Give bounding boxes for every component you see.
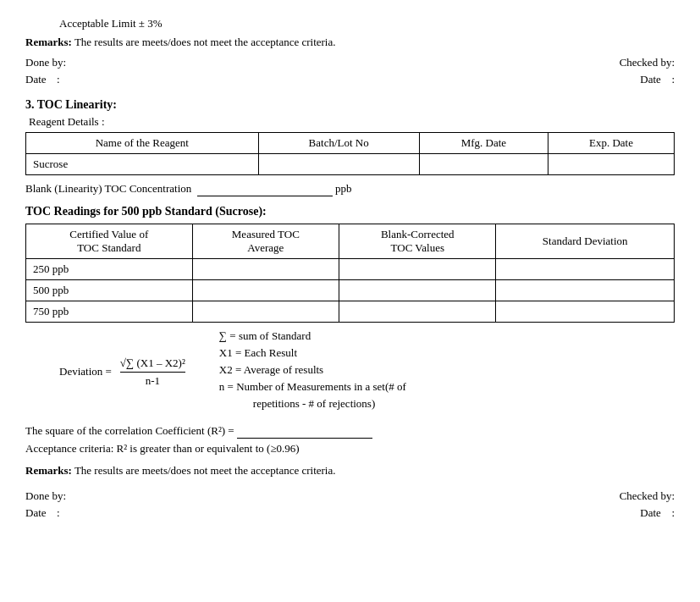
date-right-1: Date : xyxy=(640,73,675,86)
blank-toc-value xyxy=(197,182,333,196)
toc-cell-500-stddev xyxy=(496,280,675,301)
reagent-batch-cell xyxy=(258,154,419,175)
deviation-note-1: ∑ = sum of Standard xyxy=(219,329,406,343)
reagent-table: Name of the Reagent Batch/Lot No Mfg. Da… xyxy=(25,132,675,175)
date-label-left-1: Date xyxy=(25,73,47,86)
reagent-col-exp: Exp. Date xyxy=(548,133,674,154)
remarks-text-2: The results are meets/does not meet the … xyxy=(72,464,336,477)
reagent-name-cell: Sucrose xyxy=(26,154,259,175)
date-label-right-1: Date xyxy=(640,73,661,86)
acceptable-limit: Acceptable Limit ± 3% xyxy=(25,17,675,30)
remarks-label-1: Remarks: xyxy=(25,36,72,48)
sign-row-1: Done by: Checked by: xyxy=(25,56,675,69)
checked-by-1: Checked by: xyxy=(620,56,675,69)
acceptance-line: Acceptance criteria: R² is greater than … xyxy=(25,442,675,456)
date-left-1: Date : xyxy=(25,73,60,86)
deviation-area: Deviation = √∑ (X1 – X2)² n-1 ∑ = sum of… xyxy=(25,329,675,414)
date-colon-right-2: : xyxy=(666,506,675,520)
deviation-left: Deviation = √∑ (X1 – X2)² n-1 xyxy=(25,356,185,388)
deviation-numerator: √∑ (X1 – X2)² xyxy=(120,356,185,373)
deviation-fraction: √∑ (X1 – X2)² n-1 xyxy=(120,356,185,388)
done-by-label-1: Done by: xyxy=(25,56,66,69)
checked-by-label-1: Checked by: xyxy=(620,56,675,69)
toc-readings-table: Certified Value of TOC Standard Measured… xyxy=(25,224,675,323)
toc-col1-line1: Certified Value of xyxy=(69,228,148,240)
deviation-note-3: X2 = Average of results xyxy=(219,363,406,377)
toc-cell-750-label: 750 ppb xyxy=(26,301,193,323)
deviation-note-4: n = Number of Measurements in a set(# of xyxy=(219,380,406,394)
date-colon-left-1: : xyxy=(52,73,60,86)
toc-cell-750-measured xyxy=(192,301,339,323)
correlation-text: The square of the correlation Coefficien… xyxy=(25,424,234,437)
toc-cell-250-blank xyxy=(339,259,496,280)
reagent-table-header-row: Name of the Reagent Batch/Lot No Mfg. Da… xyxy=(26,133,675,154)
date-colon-left-2: : xyxy=(52,506,60,520)
done-by-2: Done by: xyxy=(25,489,66,503)
toc-cell-500-label: 500 ppb xyxy=(26,280,193,301)
checked-by-2: Checked by: xyxy=(620,489,675,503)
correlation-line: The square of the correlation Coefficien… xyxy=(25,424,675,439)
remarks-line-2: Remarks: The results are meets/does not … xyxy=(25,464,675,478)
toc-readings-heading: TOC Readings for 500 ppb Standard (Sucro… xyxy=(25,205,675,218)
blank-toc-unit: ppb xyxy=(335,182,352,195)
remarks-text-1: The results are meets/does not meet the … xyxy=(72,36,336,48)
toc-row-500: 500 ppb xyxy=(26,280,675,301)
reagent-table-row: Sucrose xyxy=(26,154,675,175)
done-by-1: Done by: xyxy=(25,56,66,69)
blank-toc-label: Blank (Linearity) TOC Concentration xyxy=(25,182,191,195)
toc-cell-250-measured xyxy=(192,259,339,280)
toc-col3-line2: TOC Values xyxy=(391,241,444,254)
toc-cell-500-blank xyxy=(339,280,496,301)
remarks-line-1: Remarks: The results are meets/does not … xyxy=(25,36,675,49)
toc-col-measured: Measured TOC Average xyxy=(192,224,339,259)
section-3-title: 3. TOC Linearity: xyxy=(25,98,675,112)
reagent-exp-cell xyxy=(548,154,674,175)
deviation-notes: ∑ = sum of Standard X1 = Each Result X2 … xyxy=(202,329,406,414)
date-colon-right-1: : xyxy=(666,73,675,86)
toc-cell-750-blank xyxy=(339,301,496,323)
date-label-right-2: Date xyxy=(640,506,661,520)
date-row-2: Date : Date : xyxy=(25,506,675,520)
toc-col1-line2: TOC Standard xyxy=(77,241,141,254)
reagent-mfg-cell xyxy=(419,154,548,175)
reagent-col-mfg: Mfg. Date xyxy=(419,133,548,154)
toc-cell-750-stddev xyxy=(496,301,675,323)
checked-by-label-2: Checked by: xyxy=(620,489,675,503)
done-by-label-2: Done by: xyxy=(25,489,66,503)
toc-col-std-dev: Standard Deviation xyxy=(496,224,675,259)
correlation-value xyxy=(237,424,372,439)
remarks-label-2: Remarks: xyxy=(25,464,72,477)
toc-col-certified: Certified Value of TOC Standard xyxy=(26,224,193,259)
deviation-label: Deviation = xyxy=(59,365,112,378)
toc-cell-500-measured xyxy=(192,280,339,301)
reagent-details-label: Reagent Details : xyxy=(25,115,675,129)
toc-cell-250-label: 250 ppb xyxy=(26,259,193,280)
reagent-col-name: Name of the Reagent xyxy=(26,133,259,154)
toc-col2-line2: Average xyxy=(247,241,284,254)
deviation-note-2: X1 = Each Result xyxy=(219,346,406,360)
toc-header-row: Certified Value of TOC Standard Measured… xyxy=(26,224,675,259)
date-left-2: Date : xyxy=(25,506,60,520)
blank-toc-line: Blank (Linearity) TOC Concentration ppb xyxy=(25,182,675,196)
deviation-denominator: n-1 xyxy=(146,373,160,388)
toc-col-blank-corrected: Blank-Corrected TOC Values xyxy=(339,224,496,259)
date-row-1: Date : Date : xyxy=(25,73,675,86)
sign-row-2: Done by: Checked by: xyxy=(25,489,675,503)
toc-row-750: 750 ppb xyxy=(26,301,675,323)
toc-cell-250-stddev xyxy=(496,259,675,280)
date-label-left-2: Date xyxy=(25,506,47,520)
toc-col2-line1: Measured TOC xyxy=(232,228,300,240)
reagent-col-batch: Batch/Lot No xyxy=(258,133,419,154)
deviation-note-5: repetitions - # of rejections) xyxy=(219,397,406,411)
date-right-2: Date : xyxy=(640,506,675,520)
toc-col3-line1: Blank-Corrected xyxy=(381,228,455,240)
toc-row-250: 250 ppb xyxy=(26,259,675,280)
